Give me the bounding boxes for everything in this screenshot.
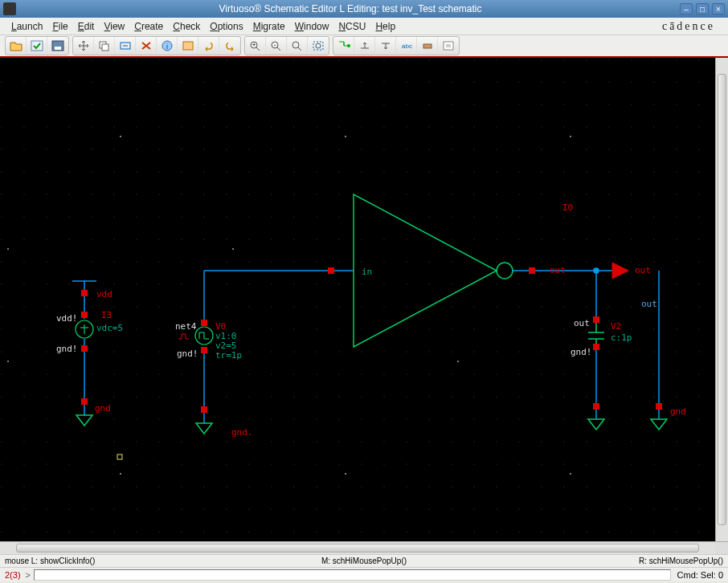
schematic-canvas[interactable]: I0 in out out vdd I3 vdd! vdc=5 gnd! gnd… — [0, 58, 715, 541]
undo-icon[interactable] — [198, 37, 219, 55]
svg-rect-69 — [593, 316, 599, 323]
cap-param: c:1p — [611, 332, 632, 343]
copy-icon[interactable] — [94, 37, 115, 55]
close-button[interactable]: × — [712, 3, 725, 14]
toolbar: i+-abc — [0, 35, 728, 58]
cap-gnd-bang: gnd! — [571, 347, 592, 357]
menu-help[interactable]: Help — [370, 19, 400, 34]
svg-rect-68 — [529, 267, 535, 274]
stretch-icon[interactable] — [115, 37, 136, 55]
cmd-prompt: > — [26, 570, 31, 580]
svg-point-18 — [316, 43, 321, 48]
svg-rect-2 — [55, 47, 61, 50]
svg-point-28 — [570, 136, 571, 137]
menu-view[interactable]: View — [99, 19, 129, 34]
zoom-fit-icon[interactable] — [287, 37, 308, 55]
vdd-gnd-bang-label: gnd! — [56, 344, 78, 354]
svg-rect-62 — [81, 345, 88, 352]
svg-text:+: + — [252, 41, 256, 48]
menu-options[interactable]: Options — [205, 19, 247, 34]
return-up-icon[interactable] — [354, 37, 375, 55]
cap-name: V2 — [611, 321, 621, 332]
window-title: Virtuoso® Schematic Editor L Editing: te… — [21, 3, 680, 14]
svg-rect-72 — [656, 403, 662, 410]
zoom-out-icon[interactable]: - — [266, 37, 287, 55]
toolbar-group — [5, 36, 69, 55]
horizontal-scrollbar[interactable] — [0, 541, 728, 554]
command-input[interactable] — [34, 569, 671, 581]
delete-icon[interactable] — [136, 37, 157, 55]
zoom-area-icon[interactable] — [308, 37, 329, 55]
menu-check[interactable]: Check — [168, 19, 205, 34]
svg-text:i: i — [166, 43, 168, 51]
svg-rect-23 — [446, 44, 451, 47]
svg-rect-71 — [593, 403, 599, 410]
svg-rect-21 — [423, 44, 431, 48]
vscroll-thumb[interactable] — [718, 74, 726, 525]
svg-rect-63 — [81, 398, 88, 405]
pulse-net-label: net4 — [175, 321, 197, 332]
cmd-sel-status: Cmd: Sel: 0 — [677, 570, 723, 580]
status-cmd-bar: 2(3) > Cmd: Sel: 0 — [0, 567, 728, 581]
svg-text:-: - — [273, 41, 276, 48]
svg-rect-25 — [0, 58, 714, 541]
zoom-in-icon[interactable]: + — [245, 37, 266, 55]
svg-rect-65 — [201, 347, 207, 353]
descend-icon[interactable] — [333, 37, 354, 55]
svg-rect-61 — [81, 312, 88, 318]
error-count[interactable]: 2(3) — [5, 570, 21, 580]
inverter-in-label: in — [362, 267, 372, 277]
svg-line-10 — [256, 47, 260, 51]
info-icon[interactable]: i — [157, 37, 178, 55]
status-mouse-l: mouse L: showClickInfo() — [5, 556, 244, 565]
svg-line-13 — [277, 47, 280, 51]
svg-line-16 — [298, 47, 301, 51]
vdd-net-label: vdd — [96, 289, 112, 300]
redo-icon[interactable] — [219, 37, 240, 55]
svg-rect-66 — [201, 406, 207, 413]
schematic-svg — [0, 58, 714, 541]
svg-rect-64 — [201, 320, 207, 326]
svg-point-34 — [345, 473, 346, 475]
svg-point-35 — [570, 473, 571, 475]
menu-file[interactable]: File — [47, 19, 72, 34]
status-mouse-m: M: schHiMousePopUp() — [244, 556, 484, 565]
vdd-gnd-label: gnd — [95, 403, 111, 414]
maximize-button[interactable]: □ — [696, 3, 709, 14]
status-mouse-r: R: schHiMousePopUp() — [484, 556, 723, 565]
vertical-scrollbar[interactable] — [715, 58, 728, 541]
menu-create[interactable]: Create — [129, 19, 168, 34]
open-icon[interactable] — [6, 37, 27, 55]
label-icon[interactable]: abc — [396, 37, 417, 55]
move-icon[interactable] — [73, 37, 94, 55]
hscroll-thumb[interactable] — [16, 544, 699, 552]
svg-point-33 — [120, 473, 121, 475]
menu-migrate[interactable]: Migrate — [248, 19, 290, 34]
svg-point-27 — [345, 136, 346, 137]
svg-point-32 — [457, 361, 459, 362]
menubar: LaunchFileEditViewCreateCheckOptionsMigr… — [0, 18, 728, 35]
minimize-button[interactable]: – — [680, 3, 693, 14]
menu-launch[interactable]: Launch — [6, 19, 47, 34]
menu-ncsu[interactable]: NCSU — [333, 19, 370, 34]
svg-point-41 — [594, 268, 599, 273]
toolbar-group: abc — [333, 36, 460, 55]
svg-point-15 — [292, 42, 299, 48]
vdd-bang-label: vdd! — [56, 313, 78, 324]
pin-icon[interactable] — [438, 37, 459, 55]
check-save-icon[interactable] — [27, 37, 47, 55]
titlebar: Virtuoso® Schematic Editor L Editing: te… — [0, 0, 728, 18]
return-down-icon[interactable] — [375, 37, 396, 55]
wire-icon[interactable] — [417, 37, 438, 55]
menu-window[interactable]: Window — [290, 19, 334, 34]
menu-edit[interactable]: Edit — [73, 19, 100, 34]
cap-out-net: out — [574, 318, 590, 328]
cap-gnd-label: gnd — [670, 406, 686, 417]
canvas-area: I0 in out out vdd I3 vdd! vdc=5 gnd! gnd… — [0, 58, 728, 541]
pulse-gnd-bang-label: gnd! — [177, 349, 198, 359]
svg-text:abc: abc — [402, 43, 412, 50]
query-icon[interactable] — [178, 37, 198, 55]
pulse-gnd-label: gnd. — [231, 427, 253, 438]
save-icon[interactable] — [47, 37, 68, 55]
toolbar-group: +- — [244, 36, 329, 55]
